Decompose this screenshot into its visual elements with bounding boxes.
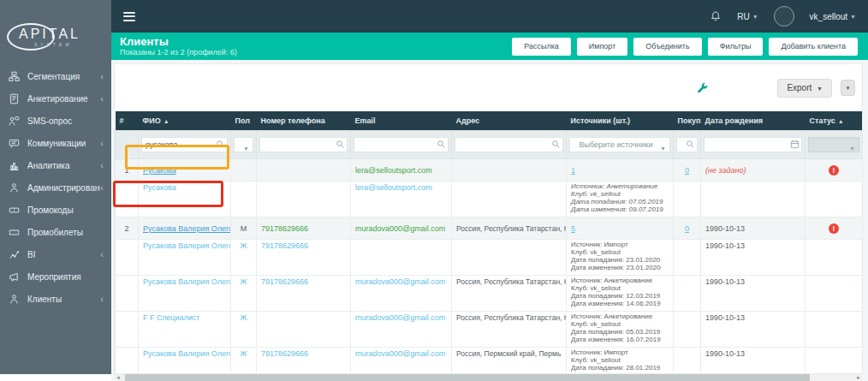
bi-icon (9, 249, 20, 260)
cell-status (806, 276, 863, 312)
sidebar-item-bi[interactable]: BI‹ (0, 243, 111, 265)
search-icon (336, 140, 345, 149)
horizontal-scrollbar[interactable]: ◄ ► (114, 374, 863, 381)
phone-value[interactable]: 79178629666 (261, 241, 308, 250)
sidebar-item-promo-tickets[interactable]: Промобилеты (0, 221, 111, 243)
email-value[interactable]: muradova000@gmail.com (355, 349, 445, 358)
address-value: Россия, Республика Татарстан, Казань (456, 313, 567, 322)
app-window: APITAL SYSTEM Сегментация‹Анкетирование‹… (0, 0, 868, 381)
cell-status (806, 240, 863, 276)
email-value[interactable]: muradova000@gmail.com (355, 313, 445, 322)
sources-count-link[interactable]: 1 (571, 166, 575, 175)
sidebar-item-analytics[interactable]: Аналитика‹ (0, 154, 111, 176)
cell-address: Россия, Пермский край, Пермь (452, 348, 567, 375)
source-info-line: Дата попадания: 05.03.2019 (571, 329, 669, 336)
merge-button[interactable]: Объединить (633, 38, 701, 56)
address-value: Россия, Республика Татарстан, Казань (456, 277, 567, 286)
sidebar-item-events[interactable]: Мероприятия (0, 265, 111, 288)
filter-gender-select[interactable]: ▼ (234, 137, 253, 152)
purchases-count-link[interactable]: 0 (685, 166, 689, 175)
chevron-down-icon: ▼ (849, 142, 855, 152)
column-header-gender[interactable]: Пол (231, 111, 257, 131)
source-info-block: Источник: АнкетированиеКлуб: vk_selloutД… (571, 183, 669, 213)
sidebar-item-administration[interactable]: Администрирование‹ (0, 176, 111, 199)
sidebar-item-segmentation[interactable]: Сегментация‹ (0, 65, 111, 87)
filter-phone-input[interactable] (259, 137, 348, 152)
column-header-address[interactable]: Адрес (452, 111, 567, 131)
phone-value[interactable]: 79178629666 (261, 277, 308, 286)
filters-button[interactable]: Фильтры (708, 38, 764, 56)
export-options-button[interactable]: ▾ (841, 80, 855, 96)
status-alert-icon: ! (829, 165, 839, 176)
sidebar-item-communications[interactable]: Коммуникации‹ (0, 132, 111, 154)
import-button[interactable]: Импорт (577, 38, 627, 56)
client-name-link[interactable]: Русакова (143, 183, 176, 192)
cell-purchases (674, 182, 701, 217)
phone-value: 79178629666 (261, 224, 308, 233)
language-selector[interactable]: RU ▼ (737, 12, 758, 21)
menu-toggle-button[interactable] (123, 9, 135, 23)
username-label: vk_sellout (810, 12, 847, 21)
cell-phone: 79178629666 (257, 217, 351, 240)
address-value: Россия, Республика Татарстан, Казань (456, 224, 567, 233)
source-info-line: Дата изменения: 16.07.2019 (571, 336, 669, 343)
cell-phone: 79178629666 (257, 276, 351, 312)
user-menu[interactable]: vk_sellout ▼ (810, 12, 856, 21)
cell-birthdate: 1990-10-13 (701, 240, 806, 276)
sidebar-item-sms-poll[interactable]: SMS-опрос (0, 110, 111, 132)
column-header-birthdate[interactable]: Дата рождения (701, 111, 806, 131)
add-client-button[interactable]: Добавить клиента (769, 38, 858, 56)
purchases-count-link[interactable]: 0 (685, 224, 689, 233)
search-icon (216, 140, 225, 149)
gender-value: М (241, 224, 247, 233)
email-value[interactable]: lera@selloutsport.com (355, 183, 432, 192)
filter-sources-select[interactable]: Выберите источники▼ (569, 137, 670, 152)
column-header-phone[interactable]: Номер телефона (257, 111, 351, 131)
column-label: Адрес (456, 116, 480, 125)
sidebar-item-label: BI (27, 250, 35, 259)
filter-status-select[interactable]: ▼ (808, 137, 859, 152)
source-info-line: Источник: Импорт (571, 349, 669, 356)
notifications-bell-icon[interactable] (710, 10, 722, 22)
user-avatar[interactable] (774, 6, 794, 27)
mailing-button[interactable]: Рассылка (512, 38, 571, 56)
profile-subrow: Русакова Валерия ОлеговнаЖ79178629666Ист… (116, 240, 863, 276)
sidebar-item-surveys[interactable]: Анкетирование‹ (0, 87, 111, 110)
column-header-email[interactable]: Email (351, 111, 452, 131)
cell-address (452, 240, 567, 276)
sidebar-item-clients[interactable]: Клиенты‹ (0, 288, 111, 310)
client-name-link[interactable]: Русакова (143, 166, 176, 175)
scroll-right-arrow[interactable]: ► (854, 374, 863, 381)
chevron-down-icon: ▼ (817, 86, 823, 92)
email-value: lera@selloutsport.com (355, 166, 432, 175)
column-label: ФИО (143, 116, 161, 125)
filter-fio-input[interactable] (141, 137, 228, 152)
sources-count-link[interactable]: 5 (571, 224, 575, 233)
export-button[interactable]: Export ▼ (777, 79, 832, 98)
source-info-line: Дата изменения: 14.06.2019 (571, 301, 669, 307)
phone-value[interactable]: 79178629666 (261, 349, 308, 358)
client-name-link[interactable]: Русакова Валерия Олеговна (143, 277, 231, 286)
scroll-left-arrow[interactable]: ◄ (114, 374, 122, 381)
column-header-sources[interactable]: Источники (шт.) (567, 111, 674, 131)
wrench-settings-icon[interactable] (696, 81, 709, 94)
email-value[interactable]: muradova000@gmail.com (355, 277, 445, 286)
source-info-line: Дата изменения: 23.01.2020 (571, 265, 669, 271)
client-name-link[interactable]: F F Специалист (143, 313, 199, 322)
column-header-status[interactable]: Статус▲ (806, 111, 863, 131)
column-label: Статус (810, 116, 835, 125)
megaphone-icon (9, 271, 20, 283)
sidebar-item-promocodes[interactable]: Промокоды (0, 199, 111, 221)
column-header-num[interactable]: # (116, 111, 139, 131)
scrollbar-thumb[interactable] (125, 374, 810, 381)
filter-birthdate-input[interactable] (704, 137, 802, 152)
client-name-link[interactable]: Русакова Валерия Олеговна (143, 349, 231, 358)
client-name-link[interactable]: Русакова Валерия Олеговна (143, 241, 231, 250)
cell-birthdate: 1990-10-13 (701, 276, 806, 312)
table-header-row: #ФИО▲ПолНомер телефонаEmailАдресИсточник… (116, 111, 863, 131)
column-header-fio[interactable]: ФИО▲ (139, 111, 231, 131)
filter-address-input[interactable] (455, 137, 563, 152)
client-name-link[interactable]: Русакова Валерия Олеговна (143, 224, 231, 233)
column-header-purchases[interactable]: Покупки (674, 111, 701, 131)
filter-email-input[interactable] (354, 137, 449, 152)
